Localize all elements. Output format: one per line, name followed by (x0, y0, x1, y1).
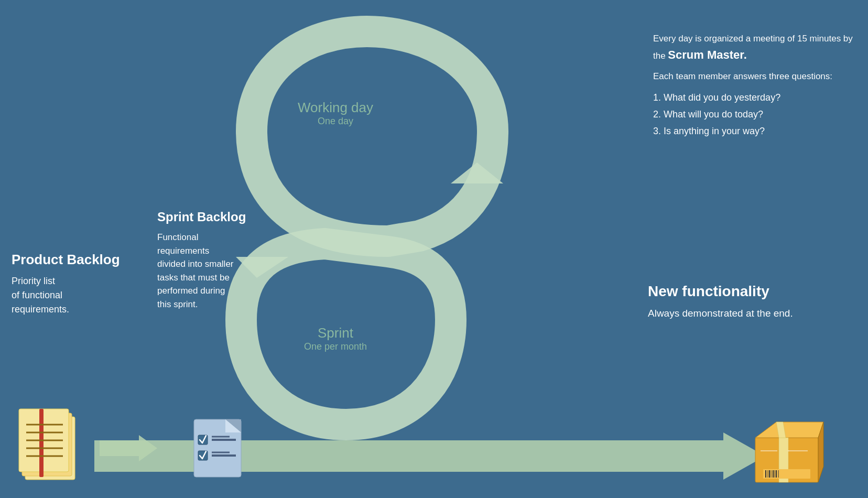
daily-scrum-team-info: Each team member answers three questions… (653, 69, 863, 83)
package-box-icon (750, 409, 829, 490)
scrum-master-label: Scrum Master. (668, 48, 746, 61)
product-backlog-desc: Priority listof functionalrequirements. (12, 274, 132, 317)
question-3: 3. Is anything in your way? (653, 126, 765, 136)
main-container: Working day One day Sprint One per month… (0, 0, 868, 498)
question-1: 1. What did you do yesterday? (653, 92, 780, 103)
product-backlog-heading: Product Backlog (12, 252, 132, 268)
product-backlog-section: Product Backlog Priority listof function… (12, 252, 132, 317)
svg-rect-27 (763, 469, 810, 479)
working-day-subtitle: One day (283, 116, 388, 127)
daily-scrum-questions: 1. What did you do yesterday? 2. What wi… (653, 89, 863, 140)
question-2: 2. What will you do today? (653, 109, 763, 120)
working-day-label: Working day One day (283, 100, 388, 127)
new-functionality-section: New functionality Always demonstrated at… (648, 283, 826, 321)
working-day-title: Working day (283, 100, 388, 116)
daily-scrum-section: Every day is organized a meeting of 15 m… (653, 31, 863, 145)
sprint-backlog-heading: Sprint Backlog (157, 210, 273, 224)
svg-rect-7 (39, 409, 44, 477)
daily-scrum-intro: Every day is organized a meeting of 15 m… (653, 31, 863, 64)
sprint-title: Sprint (283, 325, 388, 341)
checklist-icon (189, 409, 252, 488)
svg-marker-3 (100, 435, 157, 461)
document-stack-icon (16, 404, 89, 488)
svg-marker-23 (755, 422, 823, 438)
sprint-backlog-desc: Functionalrequirementsdivided into small… (157, 231, 273, 311)
sprint-backlog-section: Sprint Backlog Functionalrequirementsdiv… (157, 210, 273, 311)
sprint-label: Sprint One per month (283, 325, 388, 352)
new-functionality-desc: Always demonstrated at the end. (648, 306, 826, 321)
small-arrow-1 (100, 432, 157, 464)
new-functionality-heading: New functionality (648, 283, 826, 300)
sprint-subtitle: One per month (283, 341, 388, 352)
